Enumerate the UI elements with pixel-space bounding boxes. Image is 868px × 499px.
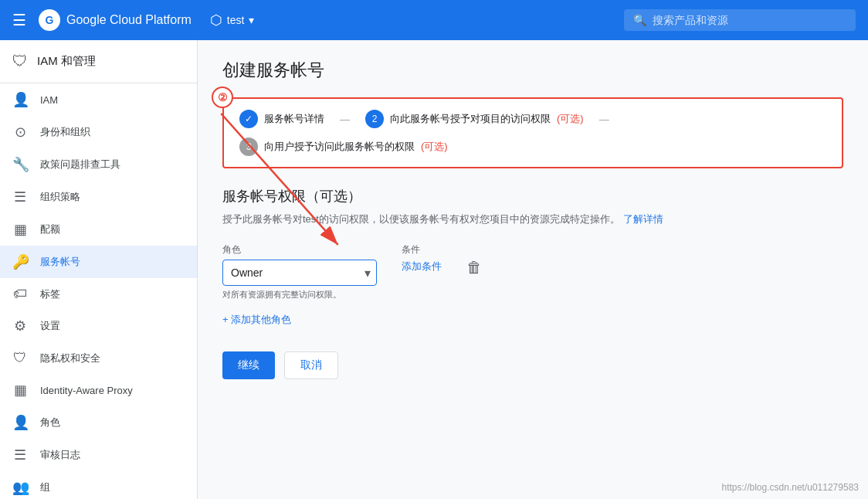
- sidebar-item-label: 组织策略: [40, 190, 80, 204]
- step-divider-1: —: [340, 114, 350, 125]
- section-title: 服务帐号权限（可选）: [222, 187, 843, 205]
- group-icon: 👥: [12, 479, 28, 496]
- condition-col: 条件 添加条件: [402, 243, 442, 273]
- sidebar-item-label: IAM: [40, 94, 58, 106]
- page-title: 创建服务帐号: [222, 59, 843, 82]
- sidebar-item-label: 标签: [40, 287, 60, 301]
- menu-icon[interactable]: ☰: [12, 11, 26, 29]
- layout: 🛡 IAM 和管理 👤 IAM ⊙ 身份和组织 🔧 政策问题排查工具 ☰ 组织策…: [0, 40, 868, 499]
- step-2-circle: 2: [365, 110, 384, 128]
- step-1: ✓ 服务帐号详情: [239, 110, 324, 128]
- cancel-button[interactable]: 取消: [284, 351, 338, 379]
- sidebar-item-label: 身份和组织: [40, 125, 90, 139]
- continue-button[interactable]: 继续: [222, 351, 275, 379]
- section-desc: 授予此服务帐号对test的访问权限，以便该服务帐号有权对您项目中的资源完成特定操…: [222, 212, 843, 228]
- roles-icon: 👤: [12, 414, 28, 431]
- project-name: test: [227, 14, 245, 26]
- topbar: ☰ G Google Cloud Platform ⬡ test ▾ 🔍: [0, 0, 868, 40]
- search-input[interactable]: [653, 14, 846, 26]
- policy-trouble-icon: 🔧: [12, 156, 28, 173]
- sidebar-item-privacy[interactable]: 🛡 隐私权和安全: [0, 342, 197, 374]
- step-2-optional: (可选): [557, 112, 584, 126]
- sidebar-item-roles[interactable]: 👤 角色: [0, 406, 197, 439]
- sidebar-item-label: 配额: [40, 222, 60, 236]
- step-3-circle: 3: [239, 137, 258, 156]
- learn-more-link[interactable]: 了解详情: [623, 213, 663, 225]
- privacy-icon: 🛡: [12, 350, 28, 366]
- iap-icon: ▦: [12, 382, 28, 399]
- sidebar-item-iam[interactable]: 👤 IAM: [0, 83, 197, 116]
- gcp-logo-icon: G: [39, 9, 60, 31]
- sidebar-item-label: Identity-Aware Proxy: [40, 385, 133, 396]
- sidebar-item-settings[interactable]: ⚙ 设置: [0, 310, 197, 342]
- sidebar-item-identity[interactable]: ⊙ 身份和组织: [0, 116, 197, 148]
- search-icon: 🔍: [633, 14, 646, 26]
- add-role-button[interactable]: + 添加其他角色: [222, 307, 291, 333]
- sidebar-item-label: 审核日志: [40, 448, 80, 462]
- sidebar-item-label: 角色: [40, 416, 60, 429]
- audit-log-icon: ☰: [12, 446, 28, 463]
- iam-header-icon: 🛡: [12, 53, 28, 70]
- sidebar-item-label: 隐私权和安全: [40, 351, 100, 365]
- sidebar-item-labels[interactable]: 🏷 标签: [0, 278, 197, 310]
- service-account-icon: 🔑: [12, 253, 28, 270]
- step-1-circle: ✓: [239, 110, 258, 128]
- labels-icon: 🏷: [12, 286, 28, 302]
- sidebar-item-quota[interactable]: ▦ 配额: [0, 213, 197, 246]
- delete-role-button[interactable]: 🗑: [466, 259, 482, 277]
- annotation-circle-2: ②: [212, 87, 233, 108]
- condition-label: 条件: [402, 243, 442, 256]
- topbar-logo-text: Google Cloud Platform: [66, 13, 192, 27]
- sidebar-item-label: 政策问题排查工具: [40, 158, 120, 171]
- action-bar: 继续 取消: [222, 351, 843, 379]
- topbar-logo: G Google Cloud Platform: [39, 9, 192, 31]
- role-hint: 对所有资源拥有完整访问权限。: [222, 289, 377, 300]
- project-icon: ⬡: [210, 12, 222, 29]
- sidebar-item-label: 组: [40, 480, 50, 494]
- identity-icon: ⊙: [12, 124, 28, 141]
- role-select-wrapper: Owner ▾: [222, 260, 377, 286]
- sidebar-item-audit-log[interactable]: ☰ 审核日志: [0, 439, 197, 471]
- search-bar[interactable]: 🔍: [624, 9, 856, 31]
- quota-icon: ▦: [12, 221, 28, 238]
- add-condition-link[interactable]: 添加条件: [402, 260, 442, 272]
- sidebar-item-service-account[interactable]: 🔑 服务帐号: [0, 246, 197, 278]
- settings-icon: ⚙: [12, 317, 28, 334]
- org-policy-icon: ☰: [12, 188, 28, 205]
- step-2: 2 向此服务帐号授予对项目的访问权限 (可选): [365, 110, 584, 128]
- main-content: 创建服务帐号 ② ✓ 服务帐号详情 — 2 向此服务帐号授予对项目的访问权限 (…: [198, 40, 868, 499]
- role-row: 角色 Owner ▾ 对所有资源拥有完整访问权限。 条件 添加条件 🗑: [222, 243, 843, 300]
- sidebar-item-label: 设置: [40, 319, 60, 333]
- sidebar-header-title: IAM 和管理: [37, 54, 96, 69]
- sidebar-item-iap[interactable]: ▦ Identity-Aware Proxy: [0, 374, 197, 406]
- project-selector[interactable]: ⬡ test ▾: [210, 12, 255, 29]
- watermark: https://blog.csdn.net/u011279583: [722, 482, 859, 493]
- stepper: ② ✓ 服务帐号详情 — 2 向此服务帐号授予对项目的访问权限 (可选) — 3…: [222, 97, 843, 168]
- role-col: 角色 Owner ▾ 对所有资源拥有完整访问权限。: [222, 243, 377, 300]
- chevron-down-icon: ▾: [249, 14, 254, 26]
- sidebar-header: 🛡 IAM 和管理: [0, 40, 197, 83]
- step-3-label: 向用户授予访问此服务帐号的权限: [264, 140, 415, 154]
- step-divider-2: —: [599, 114, 609, 125]
- step-2-label: 向此服务帐号授予对项目的访问权限: [390, 112, 551, 126]
- step-3: 3 向用户授予访问此服务帐号的权限 (可选): [239, 137, 448, 156]
- step-1-label: 服务帐号详情: [264, 112, 324, 126]
- step-3-optional: (可选): [421, 140, 448, 154]
- sidebar-item-policy-trouble[interactable]: 🔧 政策问题排查工具: [0, 148, 197, 181]
- sidebar-item-label: 服务帐号: [40, 255, 80, 269]
- sidebar-item-group[interactable]: 👥 组: [0, 471, 197, 499]
- sidebar-item-org-policy[interactable]: ☰ 组织策略: [0, 181, 197, 213]
- sidebar: 🛡 IAM 和管理 👤 IAM ⊙ 身份和组织 🔧 政策问题排查工具 ☰ 组织策…: [0, 40, 198, 499]
- role-label: 角色: [222, 243, 377, 256]
- iam-icon: 👤: [12, 91, 28, 108]
- role-select[interactable]: Owner: [222, 260, 377, 286]
